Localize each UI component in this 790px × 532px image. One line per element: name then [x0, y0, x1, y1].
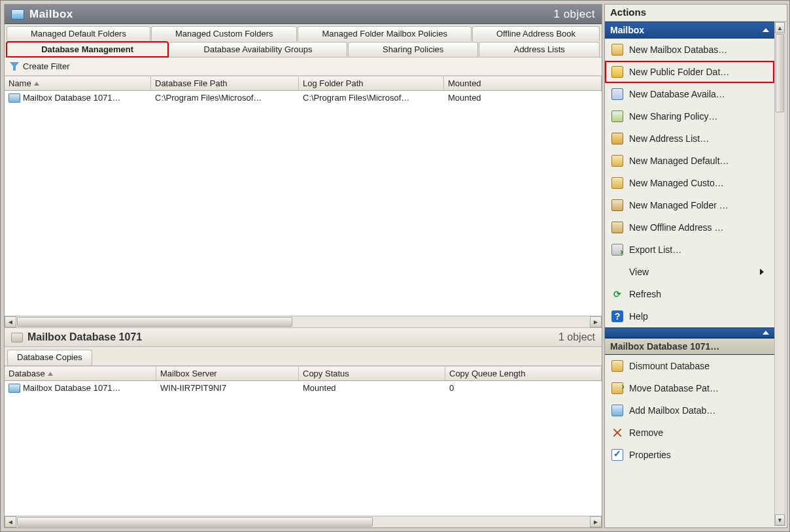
database-icon [9, 384, 20, 393]
action-new-managed-folder[interactable]: New Managed Folder … [605, 194, 774, 216]
action-new-public-folder-database[interactable]: New Public Folder Dat… [605, 61, 774, 83]
address-list-icon [611, 133, 623, 144]
database-icon [9, 93, 20, 103]
create-filter-link[interactable]: Create Filter [23, 61, 70, 71]
actions-vscrollbar[interactable]: ▲ ▼ [774, 22, 785, 526]
table-row[interactable]: Mailbox Database 1071… WIN-IIR7PIT9NI7 M… [5, 381, 602, 395]
cell-db-file-path: C:\Program Files\Microsof… [151, 93, 299, 103]
scroll-thumb[interactable] [17, 517, 373, 527]
scroll-right-icon[interactable]: ► [590, 516, 602, 527]
mailbox-icon [11, 9, 24, 20]
top-grid-body: Mailbox Database 1071… C:\Program Files\… [5, 91, 602, 316]
remove-icon [611, 427, 623, 439]
tab-sharing-policies[interactable]: Sharing Policies [348, 42, 479, 57]
chevron-right-icon [760, 269, 764, 275]
action-view[interactable]: View [605, 261, 774, 283]
refresh-icon: ⟳ [611, 288, 623, 300]
tab-database-copies[interactable]: Database Copies [7, 350, 92, 365]
action-new-offline-address[interactable]: New Offline Address … [605, 216, 774, 239]
tab-database-availability-groups[interactable]: Database Availability Groups [169, 42, 347, 57]
sub-tab-strip: Database Copies [5, 347, 602, 366]
action-properties[interactable]: Properties [605, 444, 774, 466]
col-copy-queue-length[interactable]: Copy Queue Length [445, 367, 602, 380]
tab-managed-custom-folders[interactable]: Managed Custom Folders [151, 26, 298, 41]
filter-icon [10, 62, 19, 71]
table-row[interactable]: Mailbox Database 1071… C:\Program Files\… [5, 91, 602, 105]
database-icon [611, 44, 623, 56]
action-new-managed-default[interactable]: New Managed Default… [605, 150, 774, 172]
sort-asc-icon [48, 372, 53, 376]
filter-bar: Create Filter [5, 58, 602, 76]
top-grid-header: Name Database File Path Log Folder Path … [5, 76, 602, 91]
tab-managed-folder-mailbox-policies[interactable]: Managed Folder Mailbox Policies [298, 26, 471, 41]
cell-copy-queue: 0 [445, 383, 602, 393]
managed-folder-icon [611, 199, 623, 211]
col-name[interactable]: Name [5, 76, 151, 90]
scroll-down-icon[interactable]: ▼ [775, 514, 785, 525]
object-count: 1 object [553, 8, 595, 21]
tab-strip: Managed Default Folders Managed Custom F… [5, 24, 602, 58]
page-title: Mailbox [29, 8, 73, 21]
actions-title: Actions [605, 5, 787, 22]
chevron-up-icon [763, 28, 769, 32]
availability-icon [611, 88, 623, 100]
scroll-left-icon[interactable]: ◄ [5, 516, 16, 527]
cell-mounted: Mounted [444, 93, 602, 103]
main-panel: Mailbox 1 object Managed Default Folders… [4, 4, 602, 528]
scroll-thumb[interactable] [776, 34, 784, 112]
cell-name: Mailbox Database 1071… [23, 93, 121, 103]
dismount-icon [611, 360, 623, 372]
managed-folder-icon [611, 177, 623, 189]
chevron-up-icon [763, 331, 769, 335]
action-new-address-list[interactable]: New Address List… [605, 127, 774, 150]
scroll-left-icon[interactable]: ◄ [5, 316, 16, 327]
cell-copy-status: Mounted [299, 383, 445, 393]
action-dismount-database[interactable]: Dismount Database [605, 355, 774, 377]
action-help[interactable]: ? Help [605, 305, 774, 327]
tab-managed-default-folders[interactable]: Managed Default Folders [7, 26, 150, 41]
action-new-sharing-policy[interactable]: New Sharing Policy… [605, 105, 774, 127]
bottom-grid-body: Mailbox Database 1071… WIN-IIR7PIT9NI7 M… [5, 381, 602, 516]
action-refresh[interactable]: ⟳ Refresh [605, 283, 774, 305]
col-copy-status[interactable]: Copy Status [299, 367, 445, 380]
database-icon [11, 333, 23, 342]
top-hscrollbar[interactable]: ◄ ► [5, 316, 602, 327]
section-selected-database[interactable]: Mailbox Database 1071… [605, 338, 774, 355]
col-mounted[interactable]: Mounted [444, 76, 602, 90]
bottom-grid-header: Database Mailbox Server Copy Status Copy… [5, 366, 602, 381]
action-remove[interactable]: Remove [605, 422, 774, 444]
col-db-file-path[interactable]: Database File Path [151, 76, 299, 90]
help-icon: ? [611, 310, 623, 322]
col-log-folder-path[interactable]: Log Folder Path [299, 76, 444, 90]
sub-panel-title: Mailbox Database 1071 1 object [5, 327, 602, 347]
sub-object-count: 1 object [558, 331, 595, 343]
action-export-list[interactable]: Export List… [605, 239, 774, 261]
bottom-hscrollbar[interactable]: ◄ ► [5, 516, 602, 527]
action-new-managed-custom[interactable]: New Managed Custo… [605, 172, 774, 194]
scroll-right-icon[interactable]: ► [590, 316, 602, 327]
sub-title-text: Mailbox Database 1071 [27, 331, 142, 343]
action-move-database-path[interactable]: Move Database Pat… [605, 377, 774, 399]
actions-pane: Actions Mailbox New Mailbox Databas… New… [604, 4, 787, 528]
action-new-database-availability[interactable]: New Database Availa… [605, 83, 774, 105]
action-new-mailbox-database[interactable]: New Mailbox Databas… [605, 39, 774, 61]
col-mailbox-server[interactable]: Mailbox Server [156, 367, 299, 380]
tab-address-lists[interactable]: Address Lists [479, 42, 600, 57]
sort-asc-icon [34, 82, 39, 86]
export-icon [611, 244, 623, 256]
managed-folder-icon [611, 155, 623, 167]
section-mailbox[interactable]: Mailbox [605, 22, 774, 39]
tab-database-management[interactable]: Database Management [7, 42, 168, 57]
action-add-mailbox-database[interactable]: Add Mailbox Datab… [605, 399, 774, 422]
tab-offline-address-book[interactable]: Offline Address Book [472, 26, 600, 41]
scroll-up-icon[interactable]: ▲ [775, 22, 785, 33]
scroll-thumb[interactable] [17, 317, 292, 327]
cell-log-folder-path: C:\Program Files\Microsof… [299, 93, 444, 103]
folder-icon [611, 66, 623, 78]
col-database[interactable]: Database [5, 367, 156, 380]
address-book-icon [611, 222, 623, 233]
section-collapse[interactable] [605, 327, 774, 338]
title-bar: Mailbox 1 object [5, 5, 602, 24]
add-icon [611, 405, 623, 416]
blank-icon [611, 266, 623, 278]
